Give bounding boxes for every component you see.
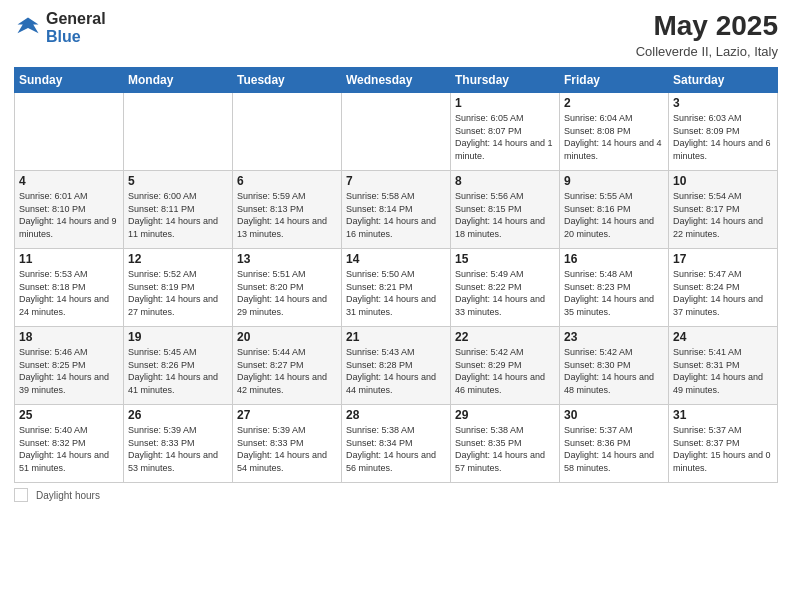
calendar-cell: 2Sunrise: 6:04 AM Sunset: 8:08 PM Daylig… [560,93,669,171]
day-info: Sunrise: 5:48 AM Sunset: 8:23 PM Dayligh… [564,268,664,318]
day-number: 23 [564,330,664,344]
calendar-cell: 26Sunrise: 5:39 AM Sunset: 8:33 PM Dayli… [124,405,233,483]
day-info: Sunrise: 6:00 AM Sunset: 8:11 PM Dayligh… [128,190,228,240]
calendar-cell: 5Sunrise: 6:00 AM Sunset: 8:11 PM Daylig… [124,171,233,249]
day-info: Sunrise: 5:38 AM Sunset: 8:35 PM Dayligh… [455,424,555,474]
day-number: 18 [19,330,119,344]
calendar-cell: 9Sunrise: 5:55 AM Sunset: 8:16 PM Daylig… [560,171,669,249]
calendar-cell: 21Sunrise: 5:43 AM Sunset: 8:28 PM Dayli… [342,327,451,405]
calendar-cell: 7Sunrise: 5:58 AM Sunset: 8:14 PM Daylig… [342,171,451,249]
calendar-cell: 12Sunrise: 5:52 AM Sunset: 8:19 PM Dayli… [124,249,233,327]
day-number: 6 [237,174,337,188]
day-number: 15 [455,252,555,266]
legend: Daylight hours [14,488,778,502]
calendar-cell: 25Sunrise: 5:40 AM Sunset: 8:32 PM Dayli… [15,405,124,483]
calendar-cell: 17Sunrise: 5:47 AM Sunset: 8:24 PM Dayli… [669,249,778,327]
logo: General Blue [14,10,106,45]
day-number: 3 [673,96,773,110]
calendar-cell: 29Sunrise: 5:38 AM Sunset: 8:35 PM Dayli… [451,405,560,483]
day-info: Sunrise: 5:45 AM Sunset: 8:26 PM Dayligh… [128,346,228,396]
legend-label: Daylight hours [36,490,100,501]
day-number: 11 [19,252,119,266]
calendar-week-2: 11Sunrise: 5:53 AM Sunset: 8:18 PM Dayli… [15,249,778,327]
calendar-table: SundayMondayTuesdayWednesdayThursdayFrid… [14,67,778,483]
location: Colleverde II, Lazio, Italy [636,44,778,59]
calendar-cell: 16Sunrise: 5:48 AM Sunset: 8:23 PM Dayli… [560,249,669,327]
day-number: 2 [564,96,664,110]
day-info: Sunrise: 5:51 AM Sunset: 8:20 PM Dayligh… [237,268,337,318]
day-info: Sunrise: 6:03 AM Sunset: 8:09 PM Dayligh… [673,112,773,162]
calendar-cell: 30Sunrise: 5:37 AM Sunset: 8:36 PM Dayli… [560,405,669,483]
svg-marker-0 [18,17,39,33]
calendar-week-4: 25Sunrise: 5:40 AM Sunset: 8:32 PM Dayli… [15,405,778,483]
calendar-cell: 20Sunrise: 5:44 AM Sunset: 8:27 PM Dayli… [233,327,342,405]
day-number: 25 [19,408,119,422]
day-number: 22 [455,330,555,344]
day-number: 19 [128,330,228,344]
day-number: 30 [564,408,664,422]
calendar-cell: 27Sunrise: 5:39 AM Sunset: 8:33 PM Dayli… [233,405,342,483]
calendar-cell: 24Sunrise: 5:41 AM Sunset: 8:31 PM Dayli… [669,327,778,405]
logo-text: General Blue [46,10,106,45]
day-info: Sunrise: 5:44 AM Sunset: 8:27 PM Dayligh… [237,346,337,396]
day-number: 14 [346,252,446,266]
calendar-cell: 19Sunrise: 5:45 AM Sunset: 8:26 PM Dayli… [124,327,233,405]
day-number: 21 [346,330,446,344]
day-info: Sunrise: 5:49 AM Sunset: 8:22 PM Dayligh… [455,268,555,318]
day-info: Sunrise: 5:37 AM Sunset: 8:37 PM Dayligh… [673,424,773,474]
day-number: 29 [455,408,555,422]
logo-icon [14,14,42,42]
day-info: Sunrise: 5:39 AM Sunset: 8:33 PM Dayligh… [128,424,228,474]
calendar-cell: 14Sunrise: 5:50 AM Sunset: 8:21 PM Dayli… [342,249,451,327]
calendar-cell: 31Sunrise: 5:37 AM Sunset: 8:37 PM Dayli… [669,405,778,483]
calendar-week-0: 1Sunrise: 6:05 AM Sunset: 8:07 PM Daylig… [15,93,778,171]
calendar-cell: 4Sunrise: 6:01 AM Sunset: 8:10 PM Daylig… [15,171,124,249]
calendar-week-1: 4Sunrise: 6:01 AM Sunset: 8:10 PM Daylig… [15,171,778,249]
day-info: Sunrise: 6:04 AM Sunset: 8:08 PM Dayligh… [564,112,664,162]
day-number: 5 [128,174,228,188]
logo-blue-text: Blue [46,28,106,46]
month-year: May 2025 [636,10,778,42]
day-info: Sunrise: 5:50 AM Sunset: 8:21 PM Dayligh… [346,268,446,318]
day-info: Sunrise: 5:39 AM Sunset: 8:33 PM Dayligh… [237,424,337,474]
day-number: 28 [346,408,446,422]
day-number: 8 [455,174,555,188]
legend-box [14,488,28,502]
day-info: Sunrise: 5:59 AM Sunset: 8:13 PM Dayligh… [237,190,337,240]
title-block: May 2025 Colleverde II, Lazio, Italy [636,10,778,59]
logo-general-text: General [46,10,106,28]
day-number: 17 [673,252,773,266]
day-number: 13 [237,252,337,266]
page: General Blue May 2025 Colleverde II, Laz… [0,0,792,612]
calendar-cell: 15Sunrise: 5:49 AM Sunset: 8:22 PM Dayli… [451,249,560,327]
day-info: Sunrise: 5:42 AM Sunset: 8:30 PM Dayligh… [564,346,664,396]
day-number: 1 [455,96,555,110]
day-number: 10 [673,174,773,188]
calendar-cell: 28Sunrise: 5:38 AM Sunset: 8:34 PM Dayli… [342,405,451,483]
calendar-cell [124,93,233,171]
day-info: Sunrise: 5:47 AM Sunset: 8:24 PM Dayligh… [673,268,773,318]
calendar-header-saturday: Saturday [669,68,778,93]
calendar-cell [233,93,342,171]
day-number: 24 [673,330,773,344]
header: General Blue May 2025 Colleverde II, Laz… [14,10,778,59]
calendar-header-tuesday: Tuesday [233,68,342,93]
day-info: Sunrise: 5:41 AM Sunset: 8:31 PM Dayligh… [673,346,773,396]
calendar-cell: 1Sunrise: 6:05 AM Sunset: 8:07 PM Daylig… [451,93,560,171]
calendar-cell: 13Sunrise: 5:51 AM Sunset: 8:20 PM Dayli… [233,249,342,327]
calendar-week-3: 18Sunrise: 5:46 AM Sunset: 8:25 PM Dayli… [15,327,778,405]
calendar-header-monday: Monday [124,68,233,93]
calendar-cell: 6Sunrise: 5:59 AM Sunset: 8:13 PM Daylig… [233,171,342,249]
day-info: Sunrise: 5:52 AM Sunset: 8:19 PM Dayligh… [128,268,228,318]
calendar-header-friday: Friday [560,68,669,93]
calendar-cell [342,93,451,171]
day-info: Sunrise: 5:46 AM Sunset: 8:25 PM Dayligh… [19,346,119,396]
day-number: 7 [346,174,446,188]
day-info: Sunrise: 5:43 AM Sunset: 8:28 PM Dayligh… [346,346,446,396]
day-info: Sunrise: 5:37 AM Sunset: 8:36 PM Dayligh… [564,424,664,474]
day-info: Sunrise: 5:42 AM Sunset: 8:29 PM Dayligh… [455,346,555,396]
calendar-cell [15,93,124,171]
day-number: 20 [237,330,337,344]
day-info: Sunrise: 5:54 AM Sunset: 8:17 PM Dayligh… [673,190,773,240]
calendar-header-sunday: Sunday [15,68,124,93]
